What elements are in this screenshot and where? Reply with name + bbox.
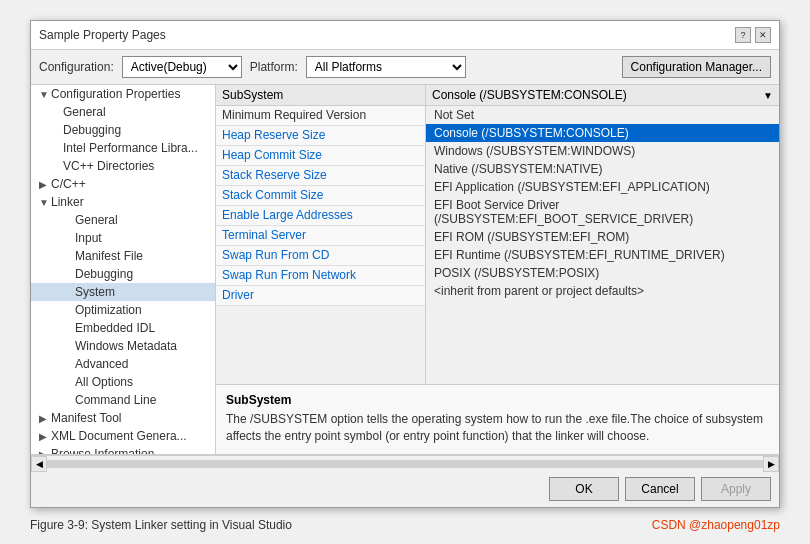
description-title: SubSystem [226,393,769,407]
cancel-button[interactable]: Cancel [625,477,695,501]
tree-item-label: Linker [51,195,84,209]
prop-row: Driver [216,286,425,306]
option-item[interactable]: Console (/SUBSYSTEM:CONSOLE) [426,124,779,142]
option-not-set[interactable]: Not Set [426,106,779,124]
prop-row-name: Heap Reserve Size [216,126,426,145]
tree-item-advanced[interactable]: Advanced [31,355,215,373]
option-item[interactable]: EFI Application (/SUBSYSTEM:EFI_APPLICAT… [426,178,779,196]
prop-row-name: Stack Commit Size [216,186,426,205]
config-manager-button[interactable]: Configuration Manager... [622,56,771,78]
figure-caption-right: CSDN @zhaopeng01zp [652,518,780,532]
tree-item-label: Manifest File [75,249,143,263]
props-col1-header: SubSystem [216,85,426,105]
tree-item-linker[interactable]: ▼ Linker [31,193,215,211]
tree-item-label: General [75,213,118,227]
prop-row-name: Enable Large Addresses [216,206,426,225]
help-button[interactable]: ? [735,27,751,43]
tree-item-linker-debug[interactable]: Debugging [31,265,215,283]
tree-item-system[interactable]: System [31,283,215,301]
scroll-right-button[interactable]: ▶ [763,456,779,472]
tree-item-label: Embedded IDL [75,321,155,335]
tree-item-linker-general[interactable]: General [31,211,215,229]
props-rows-area: Minimum Required VersionHeap Reserve Siz… [216,106,426,384]
ok-button[interactable]: OK [549,477,619,501]
tree-item-label: General [63,105,106,119]
props-header: SubSystem Console (/SUBSYSTEM:CONSOLE) ▼ [216,85,779,106]
option-item[interactable]: <inherit from parent or project defaults… [426,282,779,300]
options-list[interactable]: Not SetConsole (/SUBSYSTEM:CONSOLE)Windo… [426,106,779,384]
prop-row: Stack Reserve Size [216,166,425,186]
prop-row-name: Terminal Server [216,226,426,245]
tree-arrow-icon: ▶ [39,179,51,190]
window-controls: ? ✕ [735,27,771,43]
tree-item-optimization[interactable]: Optimization [31,301,215,319]
prop-row: Stack Commit Size [216,186,425,206]
tree-item-label: Manifest Tool [51,411,121,425]
prop-row: Minimum Required Version [216,106,425,126]
props-panel: SubSystem Console (/SUBSYSTEM:CONSOLE) ▼… [216,85,779,454]
platform-select[interactable]: All Platforms [306,56,466,78]
tree-item-manifest-file[interactable]: Manifest File [31,247,215,265]
option-item[interactable]: EFI Boot Service Driver (/SUBSYSTEM:EFI_… [426,196,779,228]
figure-caption-left: Figure 3-9: System Linker setting in Vis… [30,518,292,532]
prop-row: Terminal Server [216,226,425,246]
tree-item-windows-meta[interactable]: Windows Metadata [31,337,215,355]
dropdown-arrow-icon: ▼ [763,90,773,101]
prop-row: Heap Reserve Size [216,126,425,146]
tree-item-manifest-tool[interactable]: ▶ Manifest Tool [31,409,215,427]
option-item[interactable]: Windows (/SUBSYSTEM:WINDOWS) [426,142,779,160]
tree-item-linker-input[interactable]: Input [31,229,215,247]
tree-item-all-options[interactable]: All Options [31,373,215,391]
scroll-track [47,460,763,468]
prop-row: Swap Run From Network [216,266,425,286]
prop-row-name: Swap Run From CD [216,246,426,265]
tree-item-cpp[interactable]: ▶ C/C++ [31,175,215,193]
props-col2-header: Console (/SUBSYSTEM:CONSOLE) ▼ [426,85,779,105]
tree-arrow-icon: ▶ [39,413,51,424]
platform-label: Platform: [250,60,298,74]
main-content: ▼ Configuration PropertiesGeneralDebuggi… [31,85,779,455]
tree-item-label: System [75,285,115,299]
title-bar: Sample Property Pages ? ✕ [31,21,779,50]
close-button[interactable]: ✕ [755,27,771,43]
tree-item-general[interactable]: General [31,103,215,121]
config-label: Configuration: [39,60,114,74]
tree-item-cmd-line[interactable]: Command Line [31,391,215,409]
prop-row-name: Driver [216,286,426,305]
tree-item-label: Intel Performance Libra... [63,141,198,155]
option-item[interactable]: EFI Runtime (/SUBSYSTEM:EFI_RUNTIME_DRIV… [426,246,779,264]
description-area: SubSystem The /SUBSYSTEM option tells th… [216,384,779,454]
option-item[interactable]: EFI ROM (/SUBSYSTEM:EFI_ROM) [426,228,779,246]
tree-item-intel-perf[interactable]: Intel Performance Libra... [31,139,215,157]
tree-item-label: Optimization [75,303,142,317]
tree-item-debugging[interactable]: Debugging [31,121,215,139]
bottom-bar: OK Cancel Apply [31,471,779,507]
props-body: Minimum Required VersionHeap Reserve Siz… [216,106,779,384]
tree-item-label: VC++ Directories [63,159,154,173]
window-title: Sample Property Pages [39,28,166,42]
tree-item-xml-doc[interactable]: ▶ XML Document Genera... [31,427,215,445]
tree-item-embedded-idl[interactable]: Embedded IDL [31,319,215,337]
option-item[interactable]: POSIX (/SUBSYSTEM:POSIX) [426,264,779,282]
tree-item-label: Debugging [75,267,133,281]
tree-item-browse-info[interactable]: ▶ Browse Information [31,445,215,454]
tree-item-config-props[interactable]: ▼ Configuration Properties [31,85,215,103]
prop-row: Enable Large Addresses [216,206,425,226]
tree-item-label: Command Line [75,393,156,407]
config-select[interactable]: Active(Debug) [122,56,242,78]
option-item[interactable]: Native (/SUBSYSTEM:NATIVE) [426,160,779,178]
tree-item-label: Configuration Properties [51,87,180,101]
prop-row: Heap Commit Size [216,146,425,166]
prop-row-name: Swap Run From Network [216,266,426,285]
apply-button[interactable]: Apply [701,477,771,501]
horizontal-scrollbar[interactable]: ◀ ▶ [31,455,779,471]
figure-caption: Figure 3-9: System Linker setting in Vis… [30,518,780,532]
tree-item-vc-dirs[interactable]: VC++ Directories [31,157,215,175]
tree-arrow-icon: ▶ [39,449,51,455]
scroll-left-button[interactable]: ◀ [31,456,47,472]
tree-item-label: Advanced [75,357,128,371]
tree-arrow-icon: ▼ [39,89,51,100]
prop-row-name: Minimum Required Version [216,106,426,125]
tree-arrow-icon: ▼ [39,197,51,208]
tree-item-label: Input [75,231,102,245]
